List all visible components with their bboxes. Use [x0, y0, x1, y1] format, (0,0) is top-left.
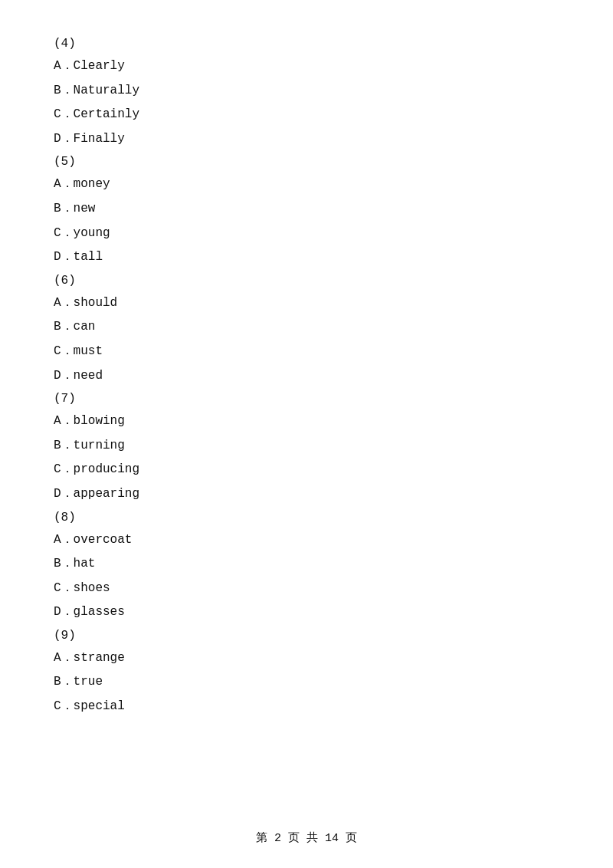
option-2-1: B．can	[54, 317, 559, 337]
question-number-5: (9)	[54, 629, 559, 643]
option-5-1: B．true	[54, 672, 559, 692]
option-1-3: D．tall	[54, 248, 559, 268]
option-1-1: B．new	[54, 199, 559, 219]
option-5-0: A．strange	[54, 649, 559, 669]
option-0-2: C．Certainly	[54, 105, 559, 125]
option-3-0: A．blowing	[54, 412, 559, 432]
option-2-0: A．should	[54, 294, 559, 314]
option-2-3: D．need	[54, 367, 559, 386]
option-3-1: B．turning	[54, 436, 559, 456]
option-4-2: C．shoes	[54, 579, 559, 599]
option-3-2: C．producing	[54, 460, 559, 480]
option-3-3: D．appearing	[54, 485, 559, 505]
option-5-2: C．special	[54, 697, 559, 717]
question-number-1: (5)	[54, 155, 559, 169]
question-number-0: (4)	[54, 37, 559, 51]
main-content: (4)A．ClearlyB．NaturallyC．CertainlyD．Fina…	[0, 0, 613, 768]
option-4-3: D．glasses	[54, 603, 559, 623]
question-number-4: (8)	[54, 511, 559, 524]
question-number-2: (6)	[54, 274, 559, 288]
option-2-2: C．must	[54, 342, 559, 362]
option-0-0: A．Clearly	[54, 57, 559, 77]
option-0-1: B．Naturally	[54, 81, 559, 101]
option-1-0: A．money	[54, 175, 559, 195]
option-4-1: B．hat	[54, 554, 559, 574]
question-number-3: (7)	[54, 392, 559, 406]
option-4-0: A．overcoat	[54, 531, 559, 551]
option-0-3: D．Finally	[54, 130, 559, 150]
option-1-2: C．young	[54, 224, 559, 244]
page-footer: 第 2 页 共 14 页	[0, 830, 613, 845]
